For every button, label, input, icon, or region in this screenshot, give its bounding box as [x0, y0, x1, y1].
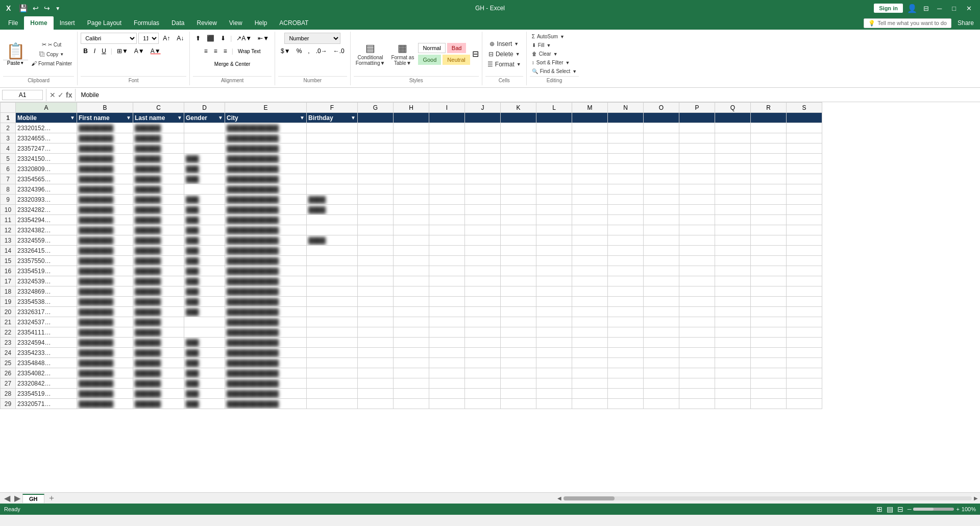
cell-empty[interactable]	[465, 358, 501, 368]
cell-gender[interactable]: ███	[184, 266, 225, 276]
cell-gender[interactable]: ███	[184, 378, 225, 389]
col-header-k[interactable]: K	[501, 103, 536, 113]
cell-firstname[interactable]: ████████	[77, 133, 133, 144]
cell-lastname[interactable]: ██████	[133, 389, 184, 399]
table-row[interactable]: 2023326317…█████████████████████████████	[1, 307, 822, 317]
table-row[interactable]: 1123354294…█████████████████████████████	[1, 215, 822, 225]
cell-empty[interactable]	[679, 368, 715, 378]
cell-empty[interactable]	[536, 256, 572, 266]
cell-empty[interactable]	[572, 123, 608, 133]
bold-button[interactable]: B	[81, 45, 90, 57]
cell-empty[interactable]	[787, 378, 822, 389]
cell-lastname[interactable]: ██████	[133, 338, 184, 348]
cell-firstname[interactable]: ████████	[77, 297, 133, 307]
table-row[interactable]: 2923320571…█████████████████████████████	[1, 399, 822, 409]
cell-empty[interactable]	[572, 286, 608, 297]
cell-empty[interactable]	[787, 327, 822, 338]
cell-empty[interactable]	[536, 174, 572, 184]
cell-firstname[interactable]: ████████	[77, 256, 133, 266]
cell-birthday[interactable]	[307, 174, 358, 184]
tab-acrobat[interactable]: ACROBAT	[273, 16, 314, 30]
cell-empty[interactable]	[608, 286, 644, 297]
cell-empty[interactable]	[536, 338, 572, 348]
tab-insert[interactable]: Insert	[54, 16, 81, 30]
cell-empty[interactable]	[465, 286, 501, 297]
table-row[interactable]: 423357247…██████████████████████████	[1, 144, 822, 154]
cell-empty[interactable]	[394, 123, 429, 133]
cell-empty[interactable]	[608, 348, 644, 358]
cell-empty[interactable]	[501, 266, 536, 276]
cell-empty[interactable]	[787, 317, 822, 327]
copy-button[interactable]: ⿻ Copy ▼	[29, 50, 74, 58]
cell-mobile[interactable]: 23354848…	[16, 358, 77, 368]
cell-empty[interactable]	[572, 348, 608, 358]
cell-empty[interactable]	[715, 235, 751, 246]
find-select-dropdown-icon[interactable]: ▼	[572, 69, 577, 74]
cell-empty[interactable]	[501, 297, 536, 307]
cell-empty[interactable]	[572, 205, 608, 215]
cell-empty[interactable]	[679, 317, 715, 327]
cell-empty[interactable]	[644, 276, 679, 286]
cell-empty[interactable]	[608, 154, 644, 164]
col-header-h[interactable]: H	[394, 103, 429, 113]
format-button[interactable]: ☰ Format ▼	[485, 60, 523, 69]
cell-gender[interactable]	[184, 123, 225, 133]
cell-empty[interactable]	[536, 164, 572, 174]
cell-empty[interactable]	[394, 184, 429, 195]
cell-empty[interactable]	[429, 256, 465, 266]
cell-empty[interactable]	[679, 205, 715, 215]
find-select-button[interactable]: 🔍 Find & Select ▼	[530, 67, 579, 75]
cell-empty[interactable]	[465, 307, 501, 317]
cell-birthday[interactable]	[307, 256, 358, 266]
fill-color-button[interactable]: A▼	[132, 45, 147, 57]
cell-empty[interactable]	[572, 276, 608, 286]
header-firstname[interactable]: First name ▼	[77, 113, 133, 123]
cell-city[interactable]: ████████████	[225, 215, 307, 225]
cell-empty[interactable]	[429, 399, 465, 409]
cell-empty[interactable]	[751, 154, 787, 164]
cell-empty[interactable]	[429, 215, 465, 225]
cell-empty[interactable]	[644, 317, 679, 327]
close-button[interactable]: ✕	[962, 4, 976, 13]
cell-empty[interactable]	[358, 144, 394, 154]
cell-gender[interactable]: ███	[184, 389, 225, 399]
cell-empty[interactable]	[465, 256, 501, 266]
cell-empty[interactable]	[501, 154, 536, 164]
cell-empty[interactable]	[429, 225, 465, 235]
cell-gender[interactable]: ███	[184, 174, 225, 184]
cell-empty[interactable]	[608, 235, 644, 246]
cell-empty[interactable]	[644, 123, 679, 133]
increase-decimal-button[interactable]: .0→	[313, 45, 330, 57]
cell-mobile[interactable]: 23324655…	[16, 133, 77, 144]
cell-empty[interactable]	[751, 144, 787, 154]
cell-lastname[interactable]: ██████	[133, 235, 184, 246]
cell-gender[interactable]: ███	[184, 256, 225, 266]
cell-empty[interactable]	[608, 399, 644, 409]
cell-gender[interactable]: ███	[184, 195, 225, 205]
delete-dropdown-icon[interactable]: ▼	[516, 52, 520, 57]
cell-firstname[interactable]: ████████	[77, 195, 133, 205]
cell-empty[interactable]	[679, 276, 715, 286]
cell-empty[interactable]	[358, 348, 394, 358]
cell-empty[interactable]	[679, 256, 715, 266]
cell-empty[interactable]	[394, 205, 429, 215]
cell-empty[interactable]	[358, 338, 394, 348]
cell-empty[interactable]	[608, 123, 644, 133]
cell-empty[interactable]	[501, 286, 536, 297]
cell-empty[interactable]	[572, 358, 608, 368]
cell-empty[interactable]	[429, 307, 465, 317]
font-name-select[interactable]: Calibri	[81, 33, 137, 44]
cell-empty[interactable]	[358, 235, 394, 246]
cell-empty[interactable]	[358, 225, 394, 235]
align-right-button[interactable]: ≡	[221, 45, 230, 57]
cell-empty[interactable]	[715, 286, 751, 297]
wrap-text-button[interactable]: Wrap Text	[235, 45, 263, 57]
cell-empty[interactable]	[787, 184, 822, 195]
cell-empty[interactable]	[751, 378, 787, 389]
cell-city[interactable]: ████████████	[225, 307, 307, 317]
cell-gender[interactable]	[184, 184, 225, 195]
cell-empty[interactable]	[394, 133, 429, 144]
header-k[interactable]	[501, 113, 536, 123]
tab-review[interactable]: Review	[190, 16, 223, 30]
cell-empty[interactable]	[536, 358, 572, 368]
